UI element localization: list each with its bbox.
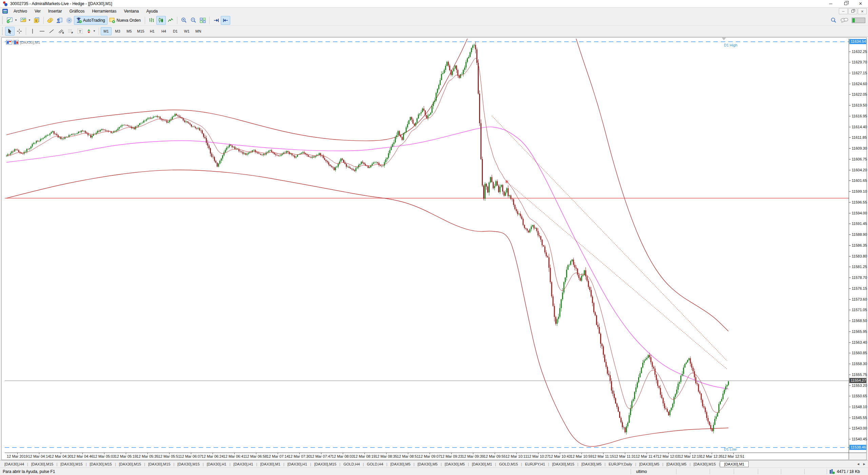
chart-tab[interactable]: [DAX30],M5 bbox=[578, 461, 605, 467]
chart-tab[interactable]: [DAX30],M15 bbox=[116, 461, 144, 467]
new-order-button[interactable]: Nueva Orden bbox=[107, 16, 143, 25]
chart-tab[interactable]: [DAX30],H1 bbox=[204, 461, 230, 467]
vertical-line-tool-button[interactable] bbox=[28, 27, 37, 36]
timeframe-button-m3[interactable]: M3 bbox=[112, 27, 123, 35]
menu-item-ver[interactable]: Ver bbox=[31, 8, 44, 15]
timeframe-button-d1[interactable]: D1 bbox=[170, 27, 181, 35]
tile-windows-button[interactable] bbox=[198, 16, 208, 25]
chart-tab[interactable]: [DAX30],M15 bbox=[145, 461, 173, 467]
timeframe-button-m1[interactable]: M1 bbox=[101, 27, 112, 35]
depth-of-market-icon[interactable] bbox=[14, 40, 19, 44]
chart-tab[interactable]: [DAX30],M1 bbox=[469, 461, 495, 467]
menu-item-insertar[interactable]: Insertar bbox=[44, 8, 66, 15]
timeframe-button-h4[interactable]: H4 bbox=[158, 27, 169, 35]
svg-text:5: 5 bbox=[50, 19, 52, 21]
chart-candles-button[interactable] bbox=[156, 16, 166, 25]
chart-tab[interactable]: [DAX30],M5 bbox=[663, 461, 689, 467]
menu-item-graficos[interactable]: Gráficos bbox=[66, 8, 88, 15]
toolbar-grip[interactable] bbox=[2, 27, 4, 35]
chart-tab[interactable]: [DAX30],M1 bbox=[720, 461, 749, 467]
chart-tab[interactable]: [DAX30],M1 bbox=[257, 461, 283, 467]
chart-tab[interactable]: [DAX30],M5 bbox=[442, 461, 468, 467]
chart-line-button[interactable] bbox=[166, 16, 175, 25]
profiles-dropdown-arrow[interactable]: ▼ bbox=[28, 19, 31, 22]
zoom-in-button[interactable] bbox=[179, 16, 189, 25]
chart-tab[interactable]: [DAX30],M5 bbox=[387, 461, 413, 467]
chart-document-icon[interactable] bbox=[2, 9, 8, 14]
time-tick-label: 12 Mar 05:51 bbox=[158, 454, 180, 458]
crosshair-tool-button[interactable] bbox=[15, 27, 24, 36]
chart-bars-button[interactable] bbox=[147, 16, 156, 25]
timeframe-button-m15[interactable]: M15 bbox=[135, 27, 146, 35]
restore-button[interactable] bbox=[838, 0, 853, 7]
market-watch-icon: $ bbox=[34, 17, 40, 23]
trendline-tool-button[interactable] bbox=[47, 27, 56, 36]
horizontal-line-tool-button[interactable] bbox=[37, 27, 47, 36]
price-axis[interactable]: 11632.2511629.7011627.1511624.6011622.05… bbox=[849, 39, 866, 453]
text-tool-button[interactable]: T bbox=[75, 27, 85, 36]
arrows-tool-button[interactable]: ▼ bbox=[85, 27, 97, 36]
signals-button[interactable] bbox=[64, 16, 74, 25]
menu-item-ayuda[interactable]: Ayuda bbox=[142, 8, 161, 15]
community-button[interactable] bbox=[55, 16, 64, 25]
timeframe-button-h1[interactable]: H1 bbox=[147, 27, 158, 35]
chart-tab[interactable]: [DAX30],M15 bbox=[28, 461, 56, 467]
price-tick-value: 11632.25 bbox=[852, 50, 867, 54]
chart-tab[interactable]: [DAX30],H1 bbox=[231, 461, 256, 467]
chart-tab[interactable]: [DAX30],M5 bbox=[636, 461, 662, 467]
dotted-trendline-1[interactable] bbox=[492, 116, 727, 361]
time-tick-label: 12 Mar 06:41 bbox=[223, 454, 245, 458]
chart-tab[interactable]: GOLD,M15 bbox=[496, 461, 521, 467]
channel-tool-button[interactable]: E bbox=[56, 27, 66, 36]
chart-tab[interactable]: [DAX30],M15 bbox=[691, 461, 719, 467]
new-chart-button[interactable]: ▼ bbox=[5, 16, 19, 25]
chart-tab[interactable]: [DAX30],M15 bbox=[87, 461, 115, 467]
timeframe-button-mn[interactable]: MN bbox=[193, 27, 204, 35]
search-button[interactable] bbox=[830, 17, 837, 23]
chart-tab[interactable]: [DAX30],M15 bbox=[549, 461, 577, 467]
price-tick-mark bbox=[849, 116, 851, 116]
chart-window[interactable]: [DAX30],M1 D1 High D1 Low 11632.2511629.… bbox=[1, 37, 867, 460]
zoom-out-button[interactable] bbox=[189, 16, 198, 25]
tabs-scroll-right-button[interactable]: ► bbox=[863, 462, 866, 466]
cursor-tool-button[interactable] bbox=[5, 27, 15, 36]
chart-tab[interactable]: [DAX30],M15 bbox=[174, 461, 202, 467]
one-click-trading-icon[interactable] bbox=[6, 40, 12, 44]
menu-item-ventana[interactable]: Ventana bbox=[120, 8, 142, 15]
history-center-button[interactable]: 5 bbox=[45, 16, 55, 25]
mdi-close-button[interactable]: × bbox=[858, 8, 867, 14]
new-chart-dropdown-arrow[interactable]: ▼ bbox=[15, 19, 17, 22]
menu-item-herramientas[interactable]: Herramientas bbox=[88, 8, 120, 15]
arrows-dropdown-arrow[interactable]: ▼ bbox=[93, 30, 96, 33]
chart-tab[interactable]: [DAX30],M15 bbox=[57, 461, 85, 467]
chart-shift-button[interactable] bbox=[221, 16, 230, 25]
dotted-trendline-2[interactable] bbox=[507, 182, 727, 369]
chart-tab[interactable]: EURJPY,Daily bbox=[606, 461, 635, 467]
timeframe-button-w1[interactable]: W1 bbox=[181, 27, 192, 35]
market-watch-button[interactable]: $ bbox=[32, 16, 42, 25]
autotrading-button[interactable]: AutoTrading bbox=[74, 16, 107, 25]
chart-tab[interactable]: [DAX30],M5 bbox=[414, 461, 440, 467]
mdi-minimize-button[interactable]: ─ bbox=[839, 8, 848, 14]
mdi-restore-button[interactable] bbox=[848, 8, 857, 14]
menu-item-archivo[interactable]: Archivo bbox=[10, 8, 31, 15]
chart-tab[interactable]: GOLD,H4 bbox=[340, 461, 363, 467]
chat-button[interactable] bbox=[840, 17, 848, 23]
chart-tab[interactable]: [DAX30],M15 bbox=[311, 461, 339, 467]
chart-tab[interactable]: GOLD,H4 bbox=[364, 461, 386, 467]
timeframe-button-m5[interactable]: M5 bbox=[124, 27, 135, 35]
minimize-button[interactable]: ─ bbox=[823, 0, 838, 7]
candlestick-plot[interactable] bbox=[5, 39, 849, 453]
chart-tab[interactable]: EURJPY,H1 bbox=[522, 461, 548, 467]
splitter-handle-icon[interactable] bbox=[722, 38, 726, 40]
chart-tab[interactable]: [DAX30],H4 bbox=[1, 461, 27, 467]
chart-tab[interactable]: [DAX30],H1 bbox=[284, 461, 310, 467]
auto-scroll-button[interactable] bbox=[211, 16, 221, 25]
time-axis[interactable]: 12 Mar 201912 Mar 04:1412 Mar 04:3012 Ma… bbox=[5, 453, 849, 459]
profiles-button[interactable]: ▼ bbox=[19, 16, 32, 25]
chat-bubbles-icon bbox=[840, 17, 848, 23]
close-button[interactable]: × bbox=[853, 0, 868, 7]
toolbar-grip[interactable] bbox=[2, 17, 4, 24]
tabs-scroll-left-button[interactable]: ◄ bbox=[856, 462, 860, 466]
fibonacci-tool-button[interactable]: F bbox=[66, 27, 75, 36]
